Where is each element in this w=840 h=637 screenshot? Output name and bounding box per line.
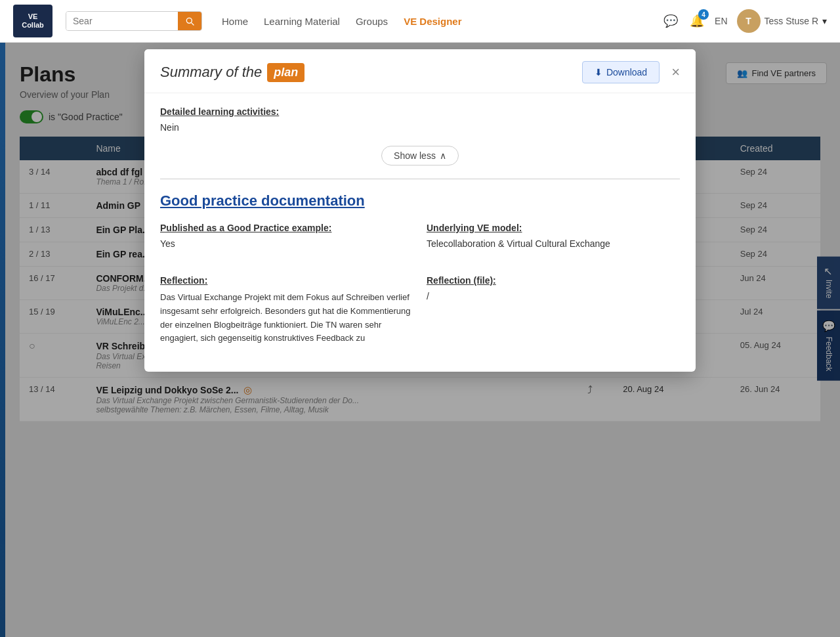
logo-box: VECollab [13, 5, 52, 37]
reflection-value: Das Virtual Exchange Projekt mit dem Fok… [160, 291, 413, 345]
search-icon [184, 16, 195, 26]
reflection-file-label: Reflection (file): [427, 275, 680, 286]
search-input[interactable] [66, 12, 178, 30]
nav-home[interactable]: Home [222, 16, 248, 27]
logo[interactable]: VECollab [13, 5, 52, 37]
navbar: VECollab Home Learning Material Groups V… [0, 0, 840, 43]
show-less-button[interactable]: Show less ∧ [381, 146, 459, 165]
close-button[interactable]: × [671, 65, 680, 79]
language-selector[interactable]: EN [715, 16, 727, 26]
detailed-activities-value: Nein [160, 122, 680, 133]
modal-body: Detailed learning activities: Nein Show … [144, 93, 696, 372]
dropdown-arrow-icon: ▾ [822, 16, 827, 26]
two-col-row-1: Published as a Good Practice example: Ye… [160, 223, 680, 262]
modal-overlay: Summary of the plan ⬇ Download × Detaile… [0, 43, 840, 637]
chevron-up-icon: ∧ [440, 150, 446, 161]
ve-model-label: Underlying VE model: [427, 223, 680, 233]
reflection-file-section: Reflection (file): / [427, 275, 680, 345]
avatar: T [737, 9, 761, 33]
notification-bell[interactable]: 🔔 4 [688, 12, 705, 30]
user-menu[interactable]: T Tess Stuse R ▾ [737, 9, 827, 33]
nav-right: 💬 🔔 4 EN T Tess Stuse R ▾ [662, 9, 827, 33]
modal-header: Summary of the plan ⬇ Download × [144, 49, 696, 93]
plan-badge: plan [267, 63, 304, 82]
published-label: Published as a Good Practice example: [160, 223, 413, 233]
nav-ve-designer[interactable]: VE Designer [404, 16, 461, 27]
modal-title: Summary of the plan [160, 63, 304, 82]
summary-modal: Summary of the plan ⬇ Download × Detaile… [144, 49, 696, 372]
chat-icon[interactable]: 💬 [662, 12, 679, 30]
two-col-row-2: Reflection: Das Virtual Exchange Projekt… [160, 275, 680, 345]
modal-title-prefix: Summary of the [160, 64, 262, 81]
published-value: Yes [160, 238, 413, 249]
download-button[interactable]: ⬇ Download [582, 61, 660, 83]
notif-count: 4 [698, 9, 709, 20]
download-icon: ⬇ [595, 67, 602, 77]
nav-learning-material[interactable]: Learning Material [264, 16, 340, 27]
reflection-section: Reflection: Das Virtual Exchange Projekt… [160, 275, 413, 345]
search-button[interactable] [178, 12, 201, 30]
user-name: Tess Stuse R [765, 16, 818, 26]
reflection-label: Reflection: [160, 275, 413, 286]
ve-model-section: Underlying VE model: Telecollaboration &… [427, 223, 680, 262]
reflection-file-value: / [427, 291, 680, 301]
search-area [66, 11, 202, 31]
published-section: Published as a Good Practice example: Ye… [160, 223, 413, 262]
ve-model-value: Telecollaboration & Virtual Cultural Exc… [427, 238, 680, 249]
logo-text: VECollab [22, 12, 44, 30]
show-less-label: Show less [394, 150, 436, 161]
page-background: Plans Overview of your Plan is "Good Pra… [0, 43, 840, 637]
show-less-area: Show less ∧ [160, 146, 680, 165]
divider [160, 179, 680, 179]
gp-doc-title: Good practice documentation [160, 192, 680, 209]
nav-links: Home Learning Material Groups VE Designe… [222, 16, 662, 27]
nav-groups[interactable]: Groups [356, 16, 388, 27]
detailed-activities-label: Detailed learning activities: [160, 106, 680, 117]
download-label: Download [606, 67, 647, 77]
